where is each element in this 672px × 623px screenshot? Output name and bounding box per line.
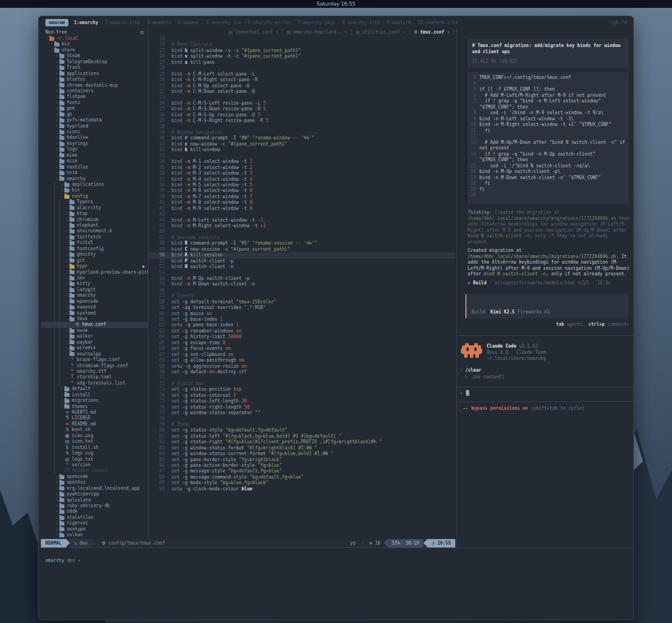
editor-line-54[interactable]: 54bind -n M-Up switch-client -p bbox=[149, 276, 455, 282]
chevron-right-icon[interactable]: › bbox=[64, 270, 69, 275]
editor-line-49[interactable]: 49bind C new-session -c "#{pane_current_… bbox=[149, 247, 455, 252]
tree-item-version[interactable]: *version bbox=[41, 462, 148, 468]
close-icon[interactable]: × bbox=[276, 30, 278, 35]
tree-item-brave-flags.conf[interactable]: *brave-flags.conf bbox=[41, 357, 148, 363]
tree-item-icon.txt[interactable]: ▤icon.txt bbox=[41, 439, 148, 444]
chevron-right-icon[interactable]: › bbox=[54, 53, 59, 59]
chevron-right-icon[interactable]: › bbox=[64, 264, 69, 269]
editor-line-19[interactable]: 19bind -n C-M-Left select-pane -L bbox=[149, 72, 455, 77]
chevron-right-icon[interactable]: › bbox=[59, 386, 64, 392]
tree-item-omarchy[interactable]: ›omarchy bbox=[41, 176, 148, 182]
chevron-right-icon[interactable]: › bbox=[54, 521, 59, 526]
tree-item-btop[interactable]: ›btop bbox=[41, 211, 148, 217]
tree-item-gvfs-metadata[interactable]: ›gvfs-metadata bbox=[41, 118, 148, 123]
chevron-right-icon[interactable]: › bbox=[64, 352, 69, 357]
editor-line-79[interactable]: 79# Theme bbox=[149, 422, 455, 428]
tree-item-containers[interactable]: ›containers bbox=[41, 88, 148, 94]
chevron-right-icon[interactable]: › bbox=[64, 217, 69, 223]
editor-line-52[interactable]: 52bind N switch-client -n bbox=[149, 264, 455, 270]
tree-item-fontconfig[interactable]: ›fontconfig bbox=[41, 246, 148, 252]
chevron-right-icon[interactable]: › bbox=[54, 153, 59, 158]
chevron-right-icon[interactable]: › bbox=[64, 345, 69, 351]
tree-item-README.md[interactable]: ≡README.md bbox=[41, 421, 148, 427]
editor-line-24[interactable]: 24bind -n C-M-S-Left resize-pane -L 5 bbox=[149, 101, 455, 106]
tree-item-LICENSE[interactable]: ¶LICENSE bbox=[41, 415, 148, 421]
editor-line-76[interactable]: 76set -g status-right-length 50 bbox=[149, 405, 455, 410]
editor-line-81[interactable]: 81set -g status-left "#[fg=black,bg=blue… bbox=[149, 434, 455, 439]
chevron-right-icon[interactable]: › bbox=[54, 135, 59, 140]
chevron-right-icon[interactable]: › bbox=[64, 252, 69, 257]
tree-item-opentui[interactable]: ›opentui bbox=[41, 480, 148, 485]
chevron-right-icon[interactable]: › bbox=[54, 71, 59, 77]
editor-line-30[interactable]: 30bind r command-prompt -I "#W" "rename-… bbox=[149, 135, 455, 141]
tree-item-kdenlive[interactable]: ›kdenlive bbox=[41, 135, 148, 140]
chevron-right-icon[interactable]: › bbox=[54, 83, 59, 88]
editor-line-56[interactable]: 56 bbox=[149, 288, 455, 293]
editor-line-82[interactable]: 82set -g status-right "#[fg=blue]#{?clie… bbox=[149, 439, 455, 445]
tree-item-alacritty[interactable]: ›alacritty bbox=[41, 205, 148, 211]
tree-item-nvim[interactable]: ›nvim bbox=[41, 170, 148, 176]
tree-item-opencode[interactable]: ›opencode bbox=[41, 299, 148, 305]
editor-line-87[interactable]: 87set -g message-style "bg=default,fg=bl… bbox=[149, 469, 455, 474]
editor-line-67[interactable]: 67set -g set-clipboard on bbox=[149, 352, 455, 358]
tmux-window-10:omaterm-site[interactable]: 10:omaterm-site bbox=[418, 20, 458, 25]
editor-line-57[interactable]: 57# General bbox=[149, 293, 455, 299]
chevron-right-icon[interactable]: › bbox=[54, 515, 59, 521]
chevron-right-icon[interactable]: › bbox=[64, 199, 69, 205]
editor-line-71[interactable]: 71 bbox=[149, 375, 455, 381]
chevron-right-icon[interactable]: › bbox=[59, 404, 64, 410]
tree-item-chromium-flags.conf[interactable]: *chromium-flags.conf bbox=[41, 363, 148, 369]
chevron-right-icon[interactable]: › bbox=[64, 334, 69, 339]
tree-item-gh[interactable]: ›gh bbox=[41, 112, 148, 118]
editor-line-41[interactable]: 41bind -n M-8 select-window -t 8 bbox=[149, 200, 455, 205]
close-icon[interactable]: × bbox=[344, 30, 347, 35]
tree-item-AGENTS.md[interactable]: ≡AGENTS.md bbox=[41, 410, 148, 415]
tree-item-chromium[interactable]: ›chromium bbox=[41, 217, 148, 223]
editor-line-38[interactable]: 38bind -n M-5 select-window -t 5 bbox=[149, 182, 455, 188]
editor-line-83[interactable]: 83set -g window-status-format "#[fg=brig… bbox=[149, 446, 455, 451]
tree-item-sddm[interactable]: ›sddm bbox=[41, 509, 148, 514]
chevron-right-icon[interactable]: › bbox=[64, 228, 69, 234]
tree-item-omarchy[interactable]: ›omarchy bbox=[41, 293, 148, 298]
tmux-session-badge[interactable]: omacom bbox=[45, 19, 68, 26]
tree-item-~/.local[interactable]: ›~/.local bbox=[41, 36, 148, 41]
tree-item-TelegramDesktop[interactable]: ›TelegramDesktop bbox=[41, 59, 148, 65]
chevron-right-icon[interactable]: › bbox=[64, 211, 69, 217]
editor-line-78[interactable]: 78 bbox=[149, 416, 455, 421]
tree-item-stalefiles[interactable]: ›stalefiles bbox=[41, 515, 148, 521]
editor-line-62[interactable]: 62setw -g pane-base-index 1 bbox=[149, 322, 455, 328]
chevron-right-icon[interactable]: › bbox=[59, 392, 64, 398]
editor-line-90[interactable]: 90setw -g clock-mode-colour blue bbox=[149, 486, 455, 492]
chevron-right-icon[interactable]: › bbox=[54, 88, 59, 94]
chevron-right-icon[interactable]: › bbox=[54, 503, 59, 509]
editor-line-46[interactable]: 46 bbox=[149, 229, 455, 235]
tab-tmux.conf[interactable]: ⚙tmux.conf× bbox=[410, 29, 454, 36]
chevron-right-icon[interactable]: › bbox=[54, 77, 59, 82]
opencode-prompt-input[interactable]: Build Kimi K2.5 Fireworks AI bbox=[465, 294, 629, 318]
tree-item-gem[interactable]: ›gem bbox=[41, 106, 148, 111]
chevron-right-icon[interactable]: › bbox=[64, 340, 69, 345]
editor-line-86[interactable]: 86set -g pane-active-border-style "fg=bl… bbox=[149, 463, 455, 469]
editor-line-48[interactable]: 48bind R command-prompt -I "#S" "rename-… bbox=[149, 241, 455, 246]
editor-line-21[interactable]: 21bind -n C-M-Up select-pane -U bbox=[149, 83, 455, 89]
chevron-right-icon[interactable]: › bbox=[64, 311, 69, 316]
tmux-window-3:omadots[interactable]: 3:omadots bbox=[147, 20, 171, 25]
tab-utilities.conf[interactable]: ▤utilities.conf× bbox=[352, 29, 409, 36]
tree-item-lazygit[interactable]: ›lazygit bbox=[41, 287, 148, 293]
pane-border-right-split[interactable] bbox=[458, 335, 634, 336]
tree-item-omarchy.ttf[interactable]: *omarchy.ttf bbox=[41, 369, 148, 374]
tree-item-environment.d[interactable]: ›environment.d bbox=[41, 228, 148, 234]
editor-line-66[interactable]: 66set -g focus-events on bbox=[149, 346, 455, 352]
editor-line-77[interactable]: 77set -g window-status-separator "" bbox=[149, 410, 455, 416]
tree-item-default[interactable]: ›default bbox=[41, 386, 148, 392]
neotree-split-border[interactable] bbox=[148, 29, 148, 547]
editor-line-28[interactable]: 28 bbox=[149, 124, 455, 130]
editor-line-47[interactable]: 47# Session controls bbox=[149, 235, 455, 241]
tree-item-pywhispercpp[interactable]: ›pywhispercpp bbox=[41, 491, 148, 497]
chevron-right-icon[interactable]: › bbox=[59, 398, 64, 404]
editor-line-27[interactable]: 27bind -n C-M-S-Right resize-pane -R 5 bbox=[149, 118, 455, 124]
editor-line-22[interactable]: 22bind -n C-M-Down select-pane -D bbox=[149, 89, 455, 95]
editor-line-60[interactable]: 60set -g mouse on bbox=[149, 311, 455, 317]
editor-line-34[interactable]: 34bind -n M-1 select-window -t 1 bbox=[149, 159, 455, 165]
tree-item-logo.txt[interactable]: ▤logo.txt bbox=[41, 457, 148, 462]
